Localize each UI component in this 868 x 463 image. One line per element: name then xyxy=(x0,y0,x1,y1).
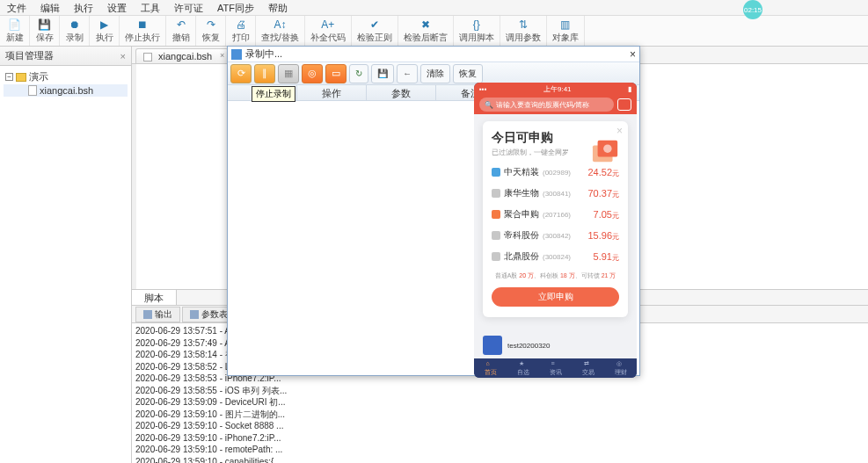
toolbar-find[interactable]: A↕查找/替换 xyxy=(256,16,305,46)
toolbar-label: 打印 xyxy=(232,32,250,44)
editor-tab[interactable]: xiangcai.bsh × xyxy=(135,48,229,63)
device-preview: ▪▪▪ 上午9:41 ▮ 🔍 请输入要查询的股票代码/简称 × 今日可申购 已过… xyxy=(474,83,637,378)
stock-row[interactable]: 康华生物 (300841)70.37元 xyxy=(492,187,619,199)
pause-button[interactable]: ∥ 停止录制 xyxy=(254,64,275,83)
toolbar-label: 调用脚本 xyxy=(459,32,494,44)
editor-tab-label: xiangcai.bsh xyxy=(158,51,212,61)
collapse-icon[interactable]: − xyxy=(5,73,13,81)
stock-price: 15.96元 xyxy=(587,230,619,242)
close-icon[interactable]: × xyxy=(120,51,126,61)
menu-settings[interactable]: 设置 xyxy=(104,2,130,13)
toolbar-save[interactable]: 💾保存 xyxy=(30,16,60,46)
stock-row[interactable]: 中天精装 (002989)24.52元 xyxy=(492,166,619,178)
output-tab[interactable]: 输出 xyxy=(135,307,180,322)
toolbar-params[interactable]: ⇅调用参数 xyxy=(500,16,547,46)
table-icon xyxy=(190,310,199,319)
tree-root[interactable]: − 演示 xyxy=(4,69,128,84)
toolbar-invoke[interactable]: {}调用脚本 xyxy=(454,16,500,46)
toolbar-stop[interactable]: ⏹停止执行 xyxy=(120,16,166,46)
subscription-popup: × 今日可申购 已过滤限制，一键全网罗 中天精装 (002989)24.52元康… xyxy=(483,121,628,317)
dialog-titlebar[interactable]: 录制中... × xyxy=(228,47,639,62)
close-icon[interactable]: × xyxy=(220,51,224,60)
search-placeholder: 请输入要查询的股票代码/简称 xyxy=(496,100,589,110)
back-button[interactable]: ← xyxy=(397,64,418,83)
subtab-object[interactable]: 对象 xyxy=(228,85,297,100)
message-icon[interactable] xyxy=(617,98,631,111)
search-input[interactable]: 🔍 请输入要查询的股票代码/简称 xyxy=(479,98,614,112)
select-button[interactable]: ▭ xyxy=(325,64,346,83)
undo-icon: ↶ xyxy=(174,18,188,31)
refresh-button[interactable]: ↻ xyxy=(349,64,368,83)
stock-name: 北鼎股份 xyxy=(504,250,539,263)
apply-button[interactable]: 立即申购 xyxy=(492,287,619,307)
menu-atf[interactable]: ATF同步 xyxy=(214,2,258,13)
toolbar-validate-ok[interactable]: ✔检验正则 xyxy=(352,16,398,46)
subtab-param[interactable]: 参数 xyxy=(367,85,436,100)
toolbar-label: 补全代码 xyxy=(310,32,346,44)
menu-license[interactable]: 许可证 xyxy=(171,2,207,13)
record-button[interactable]: ⟳ xyxy=(230,64,252,83)
nav-label: 资讯 xyxy=(550,368,562,377)
play-icon: ▶ xyxy=(98,18,112,31)
toolbar-fill[interactable]: A+补全代码 xyxy=(305,16,352,46)
toolbar-label: 恢复 xyxy=(202,32,220,44)
toolbar-objlib[interactable]: ▥对象库 xyxy=(547,16,585,46)
stock-row[interactable]: 帝科股份 (300842)15.96元 xyxy=(492,229,619,242)
log-line: 2020-06-29 13:59:10 - iPhone7.2:iP... xyxy=(135,432,864,445)
stop-icon: ⏹ xyxy=(135,18,150,31)
script-tab[interactable]: 脚本 xyxy=(132,290,177,305)
test-item-label: test20200320 xyxy=(507,342,551,350)
toolbar-label: 查找/替换 xyxy=(261,32,299,44)
menu-tools[interactable]: 工具 xyxy=(137,2,164,13)
subtab-action[interactable]: 操作 xyxy=(297,85,367,100)
toolbar-validate-err[interactable]: ✖检验后断言 xyxy=(398,16,454,46)
validate-err-icon: ✖ xyxy=(419,18,433,31)
menu-help[interactable]: 帮助 xyxy=(265,2,291,13)
main-toolbar: 📄新建💾保存⏺录制▶执行⏹停止执行↶撤销↷恢复🖨打印A↕查找/替换A+补全代码✔… xyxy=(0,16,868,47)
save-icon: 💾 xyxy=(38,18,52,31)
toolbar-record[interactable]: ⏺录制 xyxy=(60,16,90,46)
stock-row[interactable]: 北鼎股份 (300824)5.91元 xyxy=(492,250,619,263)
test-item[interactable]: test20200320 xyxy=(483,336,551,355)
log-line: 2020-06-29 13:59:09 - DeviceURI 初... xyxy=(135,396,864,409)
nav-1[interactable]: ★自选 xyxy=(507,358,539,378)
stock-badge-icon xyxy=(492,210,500,219)
nav-label: 理财 xyxy=(615,368,627,377)
nav-0[interactable]: ⌂首页 xyxy=(474,358,507,378)
target-button[interactable]: ◎ xyxy=(302,64,323,83)
close-icon[interactable]: × xyxy=(630,48,636,61)
restore-button[interactable]: 恢复 xyxy=(453,64,483,83)
toolbar-undo[interactable]: ↶撤销 xyxy=(166,16,196,46)
toolbar-label: 停止执行 xyxy=(125,32,160,44)
record-icon: ⏺ xyxy=(68,18,82,31)
toolbar-label: 录制 xyxy=(66,32,84,44)
tree-file[interactable]: xiangcai.bsh xyxy=(4,84,128,97)
phone-status-bar: ▪▪▪ 上午9:41 ▮ xyxy=(474,83,637,95)
stock-name: 聚合申购 xyxy=(504,208,539,221)
stock-row[interactable]: 聚合申购 (207166)7.05元 xyxy=(492,208,619,221)
stock-badge-icon xyxy=(492,168,500,177)
toolbar-print[interactable]: 🖨打印 xyxy=(226,16,256,46)
phone-body: × 今日可申购 已过滤限制，一键全网罗 中天精装 (002989)24.52元康… xyxy=(474,114,637,358)
menu-edit[interactable]: 编辑 xyxy=(37,2,63,13)
toolbar-play[interactable]: ▶执行 xyxy=(90,16,120,46)
toolbar-redo[interactable]: ↷恢复 xyxy=(196,16,226,46)
toolbar-label: 撤销 xyxy=(172,32,190,44)
stock-price: 5.91元 xyxy=(594,251,619,263)
sidebar-title: 项目管理器 × xyxy=(0,47,131,66)
menu-run[interactable]: 执行 xyxy=(70,2,97,13)
close-icon[interactable]: × xyxy=(616,125,623,137)
menu-file[interactable]: 文件 xyxy=(4,2,30,13)
nav-3[interactable]: ⇄交易 xyxy=(572,358,604,378)
stock-code: (002989) xyxy=(543,169,571,177)
project-tree: − 演示 xiangcai.bsh xyxy=(0,66,131,100)
disabled-button: ▦ xyxy=(278,64,299,83)
nav-4[interactable]: ◎理财 xyxy=(604,358,637,378)
nav-2[interactable]: ≡资讯 xyxy=(539,358,572,378)
dialog-title: 录制中... xyxy=(245,47,282,61)
toolbar-file[interactable]: 📄新建 xyxy=(0,16,30,46)
save-button[interactable]: 💾 xyxy=(371,64,394,83)
project-sidebar: 项目管理器 × − 演示 xiangcai.bsh xyxy=(0,47,132,463)
file-icon: 📄 xyxy=(8,18,22,31)
clear-button[interactable]: 清除 xyxy=(420,64,450,83)
